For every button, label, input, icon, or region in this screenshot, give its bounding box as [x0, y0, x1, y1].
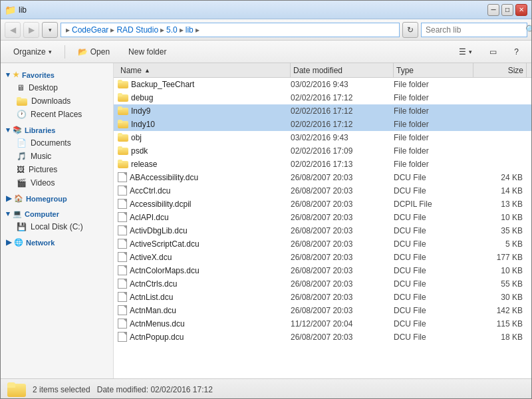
new-folder-button[interactable]: New folder	[121, 43, 174, 61]
search-input[interactable]	[426, 25, 525, 35]
cell-type: DCU File	[394, 239, 473, 249]
table-row[interactable]: ActnList.dcu 26/08/2007 20:03 DCU File 3…	[114, 291, 531, 304]
sidebar-item-pictures[interactable]: 🖼 Pictures	[1, 163, 113, 176]
table-row[interactable]: ABAccessibility.dcu 26/08/2007 20:03 DCU…	[114, 171, 531, 184]
path-seg-4[interactable]: lib	[186, 25, 194, 35]
sidebar-item-local-disk-label: Local Disk (C:)	[31, 222, 83, 231]
file-name: ABAccessibility.dcu	[130, 173, 198, 182]
forward-button[interactable]: ▶	[23, 22, 39, 38]
table-row[interactable]: ActnColorMaps.dcu 26/08/2007 20:03 DCU F…	[114, 264, 531, 277]
path-segments: ▸ CodeGear ▸ RAD Studio ▸ 5.0 ▸ lib ▸	[65, 25, 200, 35]
col-header-size[interactable]: Size	[473, 63, 527, 77]
col-header-date[interactable]: Date modified	[291, 63, 394, 77]
refresh-button[interactable]: ↻	[402, 22, 418, 38]
path-seg-1[interactable]: CodeGear	[72, 25, 108, 35]
sidebar-item-documents[interactable]: 📄 Documents	[1, 136, 113, 150]
cell-size: 142 KB	[473, 306, 527, 315]
file-name: ActnList.dcu	[130, 293, 173, 302]
col-header-type[interactable]: Type	[394, 63, 473, 77]
organize-button[interactable]: Organize ▾	[6, 43, 59, 61]
videos-icon: 🎬	[17, 178, 27, 188]
file-name: Indy10	[131, 120, 155, 129]
path-seg-3[interactable]: 5.0	[166, 25, 178, 35]
libraries-header[interactable]: ▾ 📚 Libraries	[1, 124, 113, 136]
cell-type: DCU File	[394, 279, 473, 289]
file-icon	[118, 212, 127, 222]
col-size-label: Size	[508, 66, 523, 75]
back-button[interactable]: ◀	[5, 22, 21, 38]
table-row[interactable]: debug 02/02/2016 17:12 File folder	[114, 91, 531, 104]
table-row[interactable]: AccCtrl.dcu 26/08/2007 20:03 DCU File 14…	[114, 184, 531, 198]
table-row[interactable]: Accessibility.dcpil 26/08/2007 20:03 DCP…	[114, 198, 531, 211]
sidebar-item-local-disk[interactable]: 💾 Local Disk (C:)	[1, 220, 113, 233]
view-icon: ☰	[459, 47, 466, 57]
table-row[interactable]: Backup_TeeChart 03/02/2016 9:43 File fol…	[114, 78, 531, 91]
homegroup-header[interactable]: ▶ 🏠 Homegroup	[1, 192, 113, 205]
maximize-button[interactable]: □	[501, 4, 513, 16]
network-header[interactable]: ▶ 🌐 Network	[1, 236, 113, 249]
file-list: Backup_TeeChart 03/02/2016 9:43 File fol…	[114, 78, 531, 378]
sidebar-item-videos[interactable]: 🎬 Videos	[1, 176, 113, 190]
status-bar: 2 items selected Date modified: 02/02/20…	[1, 378, 531, 399]
table-row[interactable]: ActiveX.dcu 26/08/2007 20:03 DCU File 17…	[114, 251, 531, 264]
cell-date: 02/02/2016 17:12	[291, 106, 394, 116]
table-row[interactable]: psdk 02/02/2016 17:09 File folder	[114, 144, 531, 158]
search-box[interactable]: 🔍	[421, 23, 527, 37]
computer-header[interactable]: ▾ 💻 Computer	[1, 207, 113, 220]
sidebar-item-downloads[interactable]: Downloads	[1, 94, 113, 108]
table-row[interactable]: Indy10 02/02/2016 17:12 File folder	[114, 118, 531, 131]
view-button[interactable]: ☰ ▾	[452, 43, 479, 61]
col-name-label: Name	[120, 66, 142, 75]
cell-name: ActnMenus.dcu	[118, 319, 291, 329]
table-row[interactable]: AclAPI.dcu 26/08/2007 20:03 DCU File 10 …	[114, 211, 531, 224]
table-row[interactable]: ActiveScriptCat.dcu 26/08/2007 20:03 DCU…	[114, 237, 531, 251]
close-button[interactable]: ✕	[515, 4, 527, 16]
table-row[interactable]: ActnCtrls.dcu 26/08/2007 20:03 DCU File …	[114, 277, 531, 291]
table-row[interactable]: Indy9 02/02/2016 17:12 File folder	[114, 104, 531, 118]
file-name: AccCtrl.dcu	[130, 186, 170, 196]
open-label: Open	[90, 47, 110, 57]
help-button[interactable]: ?	[507, 43, 526, 61]
table-row[interactable]: ActnPopup.dcu 26/08/2007 20:03 DCU File …	[114, 331, 531, 344]
folder-icon	[118, 160, 128, 168]
table-row[interactable]: ActnMenus.dcu 11/12/2007 20:04 DCU File …	[114, 317, 531, 331]
cell-size: 13 KB	[473, 200, 527, 209]
search-icon[interactable]: 🔍	[525, 25, 532, 35]
open-button[interactable]: 📂 Open	[70, 43, 117, 61]
sidebar-item-desktop[interactable]: 🖥 Desktop	[1, 81, 113, 94]
cell-name: ActnList.dcu	[118, 292, 291, 302]
pictures-icon: 🖼	[17, 165, 25, 174]
file-icon	[118, 252, 127, 262]
cell-name: AccCtrl.dcu	[118, 186, 291, 196]
table-row[interactable]: ActnMan.dcu 26/08/2007 20:03 DCU File 14…	[114, 304, 531, 317]
path-sep-1: ▸	[110, 25, 114, 35]
cell-date: 02/02/2016 17:09	[291, 146, 394, 156]
network-section: ▶ 🌐 Network	[1, 236, 113, 249]
table-row[interactable]: obj 03/02/2016 9:43 File folder	[114, 131, 531, 144]
cell-name: obj	[118, 133, 291, 142]
sidebar-item-recent[interactable]: 🕐 Recent Places	[1, 108, 113, 121]
cell-type: DCPIL File	[394, 200, 473, 209]
desktop-icon: 🖥	[17, 83, 25, 92]
col-header-name[interactable]: Name ▲	[118, 63, 291, 77]
file-icon	[118, 319, 127, 329]
folder-icon	[118, 80, 128, 88]
cell-name: ActivDbgLib.dcu	[118, 225, 291, 235]
minimize-button[interactable]: ─	[487, 4, 499, 16]
cell-name: Accessibility.dcpil	[118, 199, 291, 209]
cell-name: ActiveX.dcu	[118, 252, 291, 262]
cell-type: File folder	[394, 160, 473, 169]
cell-date: 26/08/2007 20:03	[291, 213, 394, 222]
cell-name: release	[118, 160, 291, 169]
cell-date: 11/12/2007 20:04	[291, 319, 394, 329]
cell-date: 26/08/2007 20:03	[291, 173, 394, 182]
table-row[interactable]: release 02/02/2016 17:13 File folder	[114, 158, 531, 171]
favorites-header[interactable]: ▾ ★ Favorites	[1, 68, 113, 81]
preview-pane-button[interactable]: ▭	[482, 43, 504, 61]
path-seg-2[interactable]: RAD Studio	[116, 25, 158, 35]
table-row[interactable]: ActivDbgLib.dcu 26/08/2007 20:03 DCU Fil…	[114, 224, 531, 237]
sidebar-item-music[interactable]: 🎵 Music	[1, 150, 113, 163]
address-path[interactable]: ▸ CodeGear ▸ RAD Studio ▸ 5.0 ▸ lib ▸	[61, 23, 400, 37]
dropdown-button[interactable]: ▾	[42, 22, 58, 38]
file-icon	[118, 279, 127, 289]
